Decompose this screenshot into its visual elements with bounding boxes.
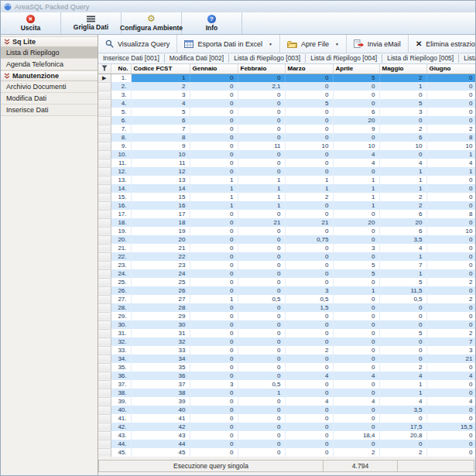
row-number-cell[interactable]: 17. bbox=[111, 210, 131, 218]
data-cell[interactable]: 0 bbox=[238, 448, 285, 457]
data-cell[interactable]: 0 bbox=[426, 312, 475, 320]
data-cell[interactable]: 0 bbox=[333, 406, 379, 414]
data-cell[interactable]: 0 bbox=[426, 269, 475, 278]
table-row[interactable]: 29.29000000 bbox=[98, 312, 475, 320]
data-cell[interactable]: 0 bbox=[285, 159, 333, 167]
data-cell[interactable]: 0 bbox=[333, 82, 379, 91]
data-cell[interactable]: 3 bbox=[131, 91, 190, 99]
data-cell[interactable]: 35 bbox=[131, 363, 190, 372]
data-cell[interactable]: 0 bbox=[285, 278, 333, 286]
data-cell[interactable]: 0 bbox=[238, 431, 285, 440]
data-cell[interactable]: 0 bbox=[426, 363, 475, 372]
data-cell[interactable]: 0 bbox=[333, 295, 379, 303]
data-cell[interactable]: 1 bbox=[131, 74, 190, 82]
data-cell[interactable]: 3,5 bbox=[379, 235, 426, 244]
data-cell[interactable]: 0 bbox=[426, 193, 475, 201]
visualizza-query-button[interactable]: Visualizza Query bbox=[98, 35, 177, 53]
data-cell[interactable]: 0 bbox=[190, 235, 238, 244]
data-cell[interactable]: 0 bbox=[190, 91, 238, 99]
data-cell[interactable]: 0 bbox=[190, 337, 238, 346]
data-cell[interactable]: 0 bbox=[238, 312, 285, 320]
table-row[interactable]: 25.25000052 bbox=[98, 278, 475, 286]
data-cell[interactable]: 0 bbox=[379, 346, 426, 354]
row-number-cell[interactable]: 3. bbox=[111, 91, 131, 99]
data-cell[interactable]: 0 bbox=[426, 431, 475, 440]
table-row[interactable]: 28.28001,5000 bbox=[98, 303, 475, 312]
data-cell[interactable]: 0 bbox=[190, 303, 238, 312]
data-cell[interactable]: 0 bbox=[285, 261, 333, 269]
data-cell[interactable]: 0 bbox=[285, 82, 333, 91]
row-number-cell[interactable]: 14. bbox=[111, 184, 131, 193]
row-number-cell[interactable]: 2. bbox=[111, 82, 131, 91]
data-cell[interactable]: 1 bbox=[379, 176, 426, 184]
data-cell[interactable]: 12 bbox=[131, 167, 190, 176]
data-cell[interactable]: 0 bbox=[238, 159, 285, 167]
data-cell[interactable]: 0,75 bbox=[285, 235, 333, 244]
data-cell[interactable]: 0 bbox=[333, 99, 379, 108]
row-indicator-cell[interactable] bbox=[98, 244, 111, 252]
data-cell[interactable]: 19 bbox=[131, 227, 190, 235]
row-indicator-cell[interactable] bbox=[98, 303, 111, 312]
data-cell[interactable]: 17,5 bbox=[379, 423, 426, 431]
data-cell[interactable]: 1 bbox=[285, 184, 333, 193]
data-cell[interactable]: 10 bbox=[333, 142, 379, 150]
data-cell[interactable]: 45 bbox=[131, 448, 190, 457]
row-indicator-cell[interactable] bbox=[98, 133, 111, 142]
data-cell[interactable]: 0 bbox=[238, 303, 285, 312]
data-cell[interactable]: 10 bbox=[131, 150, 190, 159]
data-cell[interactable]: 18,4 bbox=[333, 431, 379, 440]
row-number-cell[interactable]: 40. bbox=[111, 406, 131, 414]
row-number-cell[interactable]: 25. bbox=[111, 278, 131, 286]
data-cell[interactable]: 0 bbox=[426, 286, 475, 295]
data-cell[interactable]: 1 bbox=[190, 193, 238, 201]
row-number-cell[interactable]: 11. bbox=[111, 159, 131, 167]
data-cell[interactable]: 1 bbox=[379, 82, 426, 91]
table-row[interactable]: 12.12000011 bbox=[98, 167, 475, 176]
table-row[interactable]: 16.16110120 bbox=[98, 201, 475, 210]
data-cell[interactable]: 0 bbox=[285, 440, 333, 448]
data-cell[interactable]: 2 bbox=[426, 278, 475, 286]
data-cell[interactable]: 0 bbox=[190, 261, 238, 269]
data-cell[interactable]: 0 bbox=[285, 227, 333, 235]
data-cell[interactable]: 38 bbox=[131, 389, 190, 397]
apre-file-button[interactable]: Apre File▼ bbox=[280, 35, 347, 53]
data-cell[interactable]: 29 bbox=[131, 312, 190, 320]
data-cell[interactable]: 0 bbox=[190, 82, 238, 91]
data-cell[interactable]: 0 bbox=[190, 346, 238, 354]
data-cell[interactable]: 0 bbox=[333, 363, 379, 372]
data-cell[interactable]: 18 bbox=[131, 218, 190, 227]
data-cell[interactable]: 8 bbox=[426, 133, 475, 142]
row-indicator-cell[interactable] bbox=[98, 116, 111, 125]
data-cell[interactable]: 0 bbox=[238, 125, 285, 133]
row-indicator-cell[interactable] bbox=[98, 372, 111, 380]
data-cell[interactable]: 0 bbox=[285, 116, 333, 125]
column-header-maggio[interactable]: Maggio bbox=[379, 64, 426, 74]
data-cell[interactable]: 5 bbox=[285, 99, 333, 108]
data-cell[interactable]: 0 bbox=[190, 125, 238, 133]
data-cell[interactable]: 1 bbox=[190, 176, 238, 184]
data-cell[interactable]: 4 bbox=[333, 159, 379, 167]
data-cell[interactable]: 16 bbox=[131, 201, 190, 210]
data-cell[interactable]: 4 bbox=[333, 150, 379, 159]
data-cell[interactable]: 0 bbox=[238, 397, 285, 406]
column-header-marzo[interactable]: Marzo bbox=[285, 64, 333, 74]
row-indicator-cell[interactable] bbox=[98, 176, 111, 184]
data-cell[interactable]: 4 bbox=[426, 372, 475, 380]
row-number-cell[interactable]: 5. bbox=[111, 108, 131, 116]
data-cell[interactable]: 0 bbox=[379, 320, 426, 329]
row-number-cell[interactable]: 1. bbox=[111, 74, 131, 82]
data-cell[interactable]: 1 bbox=[426, 150, 475, 159]
row-indicator-cell[interactable] bbox=[98, 440, 111, 448]
data-cell[interactable]: 0 bbox=[190, 389, 238, 397]
row-number-cell[interactable]: 9. bbox=[111, 142, 131, 150]
data-cell[interactable]: 1 bbox=[190, 184, 238, 193]
data-cell[interactable]: 15 bbox=[131, 193, 190, 201]
row-indicator-cell[interactable] bbox=[98, 99, 111, 108]
table-row[interactable]: 39.39004444 bbox=[98, 397, 475, 406]
row-indicator-cell[interactable] bbox=[98, 363, 111, 372]
tab-6[interactable]: Lista di Riepilogo [006] bbox=[459, 54, 475, 63]
data-cell[interactable]: 2 bbox=[379, 363, 426, 372]
data-cell[interactable]: 20,8 bbox=[379, 431, 426, 440]
row-number-cell[interactable]: 26. bbox=[111, 286, 131, 295]
table-row[interactable]: 13.13111110 bbox=[98, 176, 475, 184]
